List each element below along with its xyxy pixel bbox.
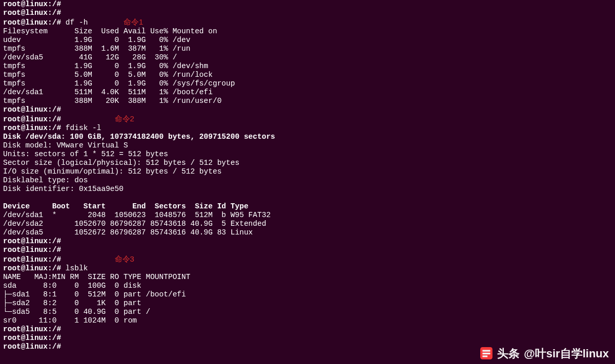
shell-prompt: root@linux:/# — [3, 246, 61, 254]
shell-prompt: root@linux:/# — [3, 264, 61, 272]
df-row: /dev/sda5 41G 12G 28G 30% / — [3, 53, 177, 61]
fdisk-disklabel-type: Disklabel type: dos — [3, 176, 88, 184]
shell-prompt: root@linux:/# — [3, 342, 61, 351]
df-row: udev 1.9G 0 1.9G 0% /dev — [3, 36, 190, 44]
df-row: tmpfs 1.9G 0 1.9G 0% /dev/shm — [3, 62, 208, 70]
command-input: df -h — [66, 18, 88, 27]
shell-prompt: root@linux:/# — [3, 9, 61, 17]
fdisk-title: Disk /dev/sda: 100 GiB, 107374182400 byt… — [3, 133, 275, 141]
command-input: lsblk — [66, 264, 88, 272]
df-row: tmpfs 5.0M 0 5.0M 0% /run/lock — [3, 71, 213, 79]
shell-prompt: root@linux:/# — [3, 18, 61, 27]
fdisk-disklabel-id: Disk identifier: 0x15aa9e50 — [3, 185, 124, 193]
lsblk-row: sr0 11:0 1 1024M 0 rom — [3, 316, 146, 325]
fdisk-partition-row: /dev/sda5 1052672 86796287 85743616 40.9… — [3, 228, 253, 237]
watermark-platform: 头条 — [497, 349, 520, 358]
df-row: tmpfs 388M 20K 388M 1% /run/user/0 — [3, 97, 221, 105]
command-input: fdisk -l — [66, 124, 101, 132]
shell-prompt: root@linux:/# — [3, 334, 61, 342]
fdisk-io: I/O size (minimum/optimal): 512 bytes / … — [3, 167, 221, 176]
lsblk-header: NAME MAJ:MIN RM SIZE RO TYPE MOUNTPOINT — [3, 273, 190, 281]
svg-rect-2 — [483, 353, 490, 354]
fdisk-partition-row: /dev/sda2 1052670 86796287 85743618 40.9… — [3, 220, 266, 228]
svg-rect-3 — [483, 355, 488, 357]
shell-prompt: root@linux:/# — [3, 325, 61, 333]
shell-prompt: root@linux:/# — [3, 255, 61, 264]
watermark-handle: @叶sir自学linux — [524, 349, 609, 358]
shell-prompt: root@linux:/# — [3, 0, 61, 8]
df-row: tmpfs 1.9G 0 1.9G 0% /sys/fs/cgroup — [3, 79, 235, 88]
df-row: tmpfs 388M 1.6M 387M 1% /run — [3, 45, 190, 53]
fdisk-partition-row: /dev/sda1 * 2048 1050623 1048576 512M b … — [3, 211, 271, 219]
shell-prompt: root@linux:/# — [3, 237, 61, 245]
platform-watermark: 头条 @叶sir自学linux — [480, 347, 609, 360]
df-row: /dev/sda1 511M 4.0K 511M 1% /boot/efi — [3, 88, 213, 96]
fdisk-units: Units: sectors of 1 * 512 = 512 bytes — [3, 150, 168, 158]
shell-prompt: root@linux:/# — [3, 124, 61, 132]
lsblk-row: ├─sda2 8:2 0 1K 0 part — [3, 299, 146, 307]
lsblk-row: └─sda5 8:5 0 40.9G 0 part / — [3, 308, 150, 316]
lsblk-row: ├─sda1 8:1 0 512M 0 part /boot/efi — [3, 290, 186, 298]
annotation-label-3: 命令3 — [115, 254, 134, 263]
fdisk-sector: Sector size (logical/physical): 512 byte… — [3, 159, 239, 167]
shell-prompt: root@linux:/# — [3, 115, 61, 123]
df-header: Filesystem Size Used Avail Use% Mounted … — [3, 27, 217, 35]
svg-rect-1 — [483, 350, 490, 352]
fdisk-model: Disk model: VMware Virtual S — [3, 141, 128, 149]
toutiao-logo-icon — [480, 347, 493, 360]
terminal-viewport[interactable]: root@linux:/# root@linux:/# root@linux:/… — [0, 0, 615, 351]
annotation-label-1: 命令1 — [124, 17, 143, 26]
lsblk-row: sda 8:0 0 100G 0 disk — [3, 282, 146, 290]
annotation-label-2: 命令2 — [115, 114, 134, 123]
shell-prompt: root@linux:/# — [3, 105, 61, 114]
fdisk-partition-header: Device Boot Start End Sectors Size Id Ty… — [3, 202, 249, 210]
